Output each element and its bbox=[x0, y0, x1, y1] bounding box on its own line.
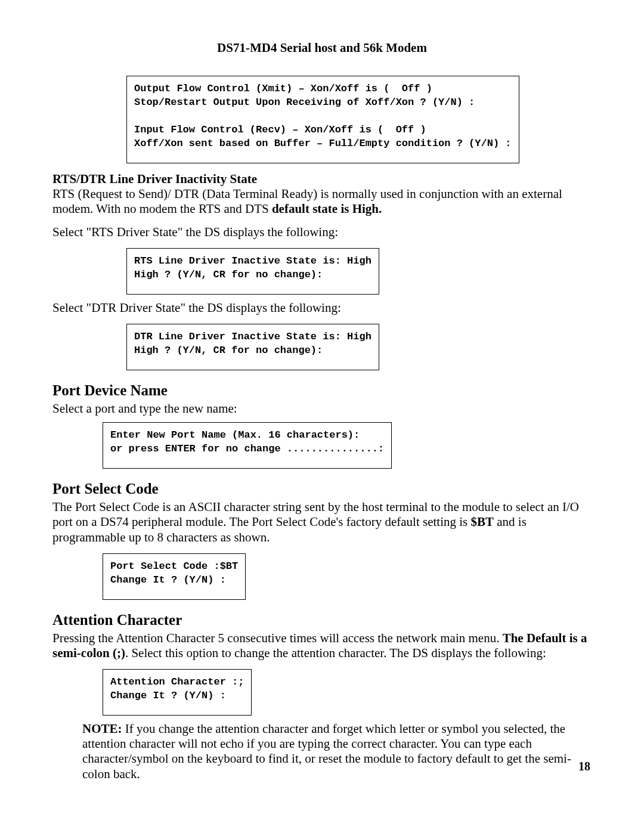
para-rts-intro-bold: default state is High. bbox=[272, 202, 382, 216]
para-psc-bold: $BT bbox=[471, 515, 494, 529]
note-block: NOTE: If you change the attention charac… bbox=[82, 721, 586, 782]
para-port-select-code: The Port Select Code is an ASCII charact… bbox=[52, 500, 592, 545]
para-port-device-name: Select a port and type the new name: bbox=[52, 401, 592, 416]
code-box-port-select-code: Port Select Code :$BT Change It ? (Y/N) … bbox=[103, 553, 246, 600]
para-rts-select: Select "RTS Driver State" the DS display… bbox=[52, 225, 592, 240]
code-box-flow-control: Output Flow Control (Xmit) – Xon/Xoff is… bbox=[126, 76, 519, 163]
note-label: NOTE: bbox=[82, 721, 122, 736]
code-box-attention-character: Attention Character :; Change It ? (Y/N)… bbox=[103, 669, 252, 716]
code-box-psc-wrapper: Port Select Code :$BT Change It ? (Y/N) … bbox=[103, 553, 592, 600]
heading-port-device-name: Port Device Name bbox=[52, 382, 592, 399]
code-box-rts-wrapper: RTS Line Driver Inactive State is: High … bbox=[126, 248, 592, 295]
para-dtr-select: Select "DTR Driver State" the DS display… bbox=[52, 301, 592, 315]
para-ac-text1: Pressing the Attention Character 5 conse… bbox=[52, 631, 503, 645]
code-box-dtr: DTR Line Driver Inactive State is: High … bbox=[126, 324, 379, 370]
heading-rts-dtr: RTS/DTR Line Driver Inactivity State bbox=[52, 172, 592, 187]
code-box-port-name: Enter New Port Name (Max. 16 characters)… bbox=[103, 422, 392, 469]
page: DS71-MD4 Serial host and 56k Modem Outpu… bbox=[0, 0, 644, 833]
heading-attention-character: Attention Character bbox=[52, 612, 592, 628]
code-box-attention-wrapper: Attention Character :; Change It ? (Y/N)… bbox=[103, 669, 592, 716]
code-box-dtr-wrapper: DTR Line Driver Inactive State is: High … bbox=[126, 324, 592, 370]
heading-port-select-code: Port Select Code bbox=[52, 481, 592, 497]
page-number: 18 bbox=[578, 760, 590, 773]
code-box-rts: RTS Line Driver Inactive State is: High … bbox=[126, 248, 379, 295]
para-attention-character: Pressing the Attention Character 5 conse… bbox=[52, 631, 592, 661]
code-box-port-name-wrapper: Enter New Port Name (Max. 16 characters)… bbox=[103, 422, 592, 469]
page-header: DS71-MD4 Serial host and 56k Modem bbox=[52, 41, 592, 55]
para-rts-intro: RTS (Request to Send)/ DTR (Data Termina… bbox=[52, 187, 592, 216]
note-text: If you change the attention character an… bbox=[82, 721, 571, 781]
code-box-flow-control-wrapper: Output Flow Control (Xmit) – Xon/Xoff is… bbox=[126, 76, 592, 163]
para-ac-text2: . Select this option to change the atten… bbox=[125, 646, 546, 660]
